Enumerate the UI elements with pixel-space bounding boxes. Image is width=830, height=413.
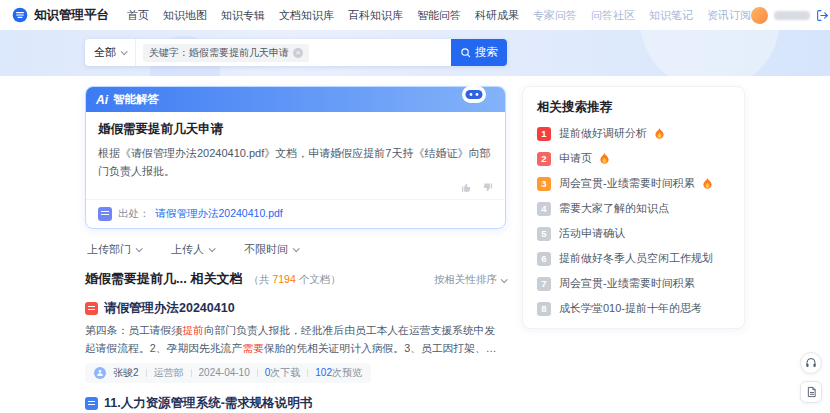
results-header: 婚假需要提前几... 相关文档 （共 7194 个文档） 按相关性排序 [85, 270, 506, 288]
related-search-title: 相关搜索推荐 [537, 99, 730, 116]
search-result-item: 11.人力资源管理系统-需求规格说明书 功能按钮 约束限制 交互 提示 备注 保… [85, 395, 506, 413]
doc-file-icon [85, 397, 98, 410]
ai-question: 婚假需要提前几天申请 [98, 121, 493, 138]
uploader-dept: 运营部 [154, 366, 184, 380]
related-search-card: 相关搜索推荐 1 提前做好调研分析 2 申请页 3 周会宣贯-业绩需要时间积累 … [522, 86, 745, 329]
source-label: 出处： [118, 207, 150, 221]
source-file-icon [98, 207, 112, 221]
topbar: 知识管理平台 首页 知识地图 知识专辑 文档知识库 百科知识库 智能问答 科研成… [0, 0, 830, 30]
nav-item-doc-library[interactable]: 文档知识库 [279, 8, 334, 23]
rank-badge: 3 [537, 177, 551, 191]
search-scope-value: 全部 [94, 45, 116, 60]
thumbs-up-icon[interactable] [461, 182, 472, 193]
user-avatar[interactable] [751, 7, 768, 24]
search-keyword-tag[interactable]: 关键字：婚假需要提前几天申请 × [143, 44, 309, 62]
nav-item-wiki-library[interactable]: 百科知识库 [348, 8, 403, 23]
result-meta: 张骏2 运营部 2024-04-10 0次下载 102次预览 [85, 363, 371, 383]
nav-item-home[interactable]: 首页 [127, 8, 149, 23]
search-input[interactable]: 关键字：婚假需要提前几天申请 × [136, 39, 451, 66]
search-result-item: 请假管理办法20240410 第四条：员工请假须提前向部门负责人报批，经批准后由… [85, 300, 506, 383]
main-nav: 首页 知识地图 知识专辑 文档知识库 百科知识库 智能问答 科研成果 专家问答 … [127, 8, 751, 23]
ai-card-header: Ai 智能解答 [86, 87, 505, 112]
related-search-item[interactable]: 3 周会宣贯-业绩需要时间积累 [537, 176, 730, 191]
rank-badge: 8 [537, 302, 551, 316]
related-search-item[interactable]: 5 活动申请确认 [537, 226, 730, 241]
nav-item-news[interactable]: 资讯订阅 [707, 8, 751, 23]
rank-badge: 7 [537, 277, 551, 291]
divider [191, 369, 192, 377]
chevron-down-icon [501, 276, 508, 283]
source-link[interactable]: 请假管理办法20240410.pdf [156, 207, 283, 221]
brand-logo-icon [12, 7, 28, 23]
divider [146, 369, 147, 377]
related-search-item[interactable]: 1 提前做好调研分析 [537, 126, 730, 141]
uploader-name[interactable]: 张骏2 [113, 366, 139, 380]
uploader-avatar-icon [94, 367, 106, 379]
results-title: 婚假需要提前几... 相关文档 [85, 270, 242, 288]
rank-badge: 6 [537, 252, 551, 266]
related-search-item[interactable]: 6 提前做好冬季人员空闲工作规划 [537, 251, 730, 266]
nav-item-research[interactable]: 科研成果 [475, 8, 519, 23]
search-button[interactable]: 搜索 [451, 39, 507, 66]
rank-badge: 4 [537, 202, 551, 216]
divider [307, 369, 308, 377]
topbar-user-area [751, 7, 829, 24]
chevron-down-icon [209, 246, 216, 253]
result-title[interactable]: 11.人力资源管理系统-需求规格说明书 [85, 395, 506, 412]
chevron-down-icon [293, 246, 300, 253]
pdf-file-icon [85, 302, 98, 315]
view-count: 102次预览 [315, 366, 362, 380]
filter-time[interactable]: 不限时间 [244, 242, 298, 257]
results-count: （共 7194 个文档） [248, 273, 340, 287]
ai-card-title: 智能解答 [113, 92, 159, 107]
flame-icon [600, 153, 609, 164]
result-title[interactable]: 请假管理办法20240410 [85, 300, 506, 317]
download-count: 0次下载 [265, 366, 301, 380]
related-search-item[interactable]: 2 申请页 [537, 151, 730, 166]
search-scope-select[interactable]: 全部 [85, 39, 136, 66]
logout-icon[interactable] [816, 9, 829, 22]
nav-item-knowledge-album[interactable]: 知识专辑 [221, 8, 265, 23]
filter-bar: 上传部门 上传人 不限时间 [87, 242, 504, 257]
customer-service-button[interactable] [800, 352, 822, 374]
search-bar: 全部 关键字：婚假需要提前几天申请 × 搜索 [85, 39, 507, 66]
rank-badge: 1 [537, 127, 551, 141]
rank-badge: 5 [537, 227, 551, 241]
nav-item-knowledge-map[interactable]: 知识地图 [163, 8, 207, 23]
feedback-button[interactable] [800, 381, 822, 403]
sort-select[interactable]: 按相关性排序 [434, 273, 506, 287]
filter-upload-dept[interactable]: 上传部门 [87, 242, 141, 257]
nav-item-notes[interactable]: 知识笔记 [649, 8, 693, 23]
user-name [774, 11, 810, 20]
result-snippet: 第四条：员工请假须提前向部门负责人报批，经批准后由员工本人在运营支援系统中发起请… [85, 322, 506, 357]
thumbs-down-icon[interactable] [482, 182, 493, 193]
filter-uploader[interactable]: 上传人 [171, 242, 214, 257]
document-icon [806, 386, 817, 398]
chevron-down-icon [121, 48, 128, 55]
related-search-item[interactable]: 7 周会宣贯-业绩需要时间积累 [537, 276, 730, 291]
brand-name: 知识管理平台 [34, 7, 109, 24]
search-banner: 全部 关键字：婚假需要提前几天申请 × 搜索 [0, 30, 830, 76]
ai-feedback [98, 180, 493, 195]
search-icon [460, 47, 471, 58]
flame-icon [703, 178, 712, 189]
divider [257, 369, 258, 377]
search-keyword-text: 关键字：婚假需要提前几天申请 [149, 46, 289, 60]
nav-item-smart-qa[interactable]: 智能问答 [417, 8, 461, 23]
chevron-down-icon [136, 246, 143, 253]
rank-badge: 2 [537, 152, 551, 166]
ai-logo: Ai [96, 93, 108, 107]
related-search-item[interactable]: 4 需要大家了解的知识点 [537, 201, 730, 216]
robot-icon [459, 80, 489, 109]
floating-toolbar [800, 352, 822, 403]
tag-close-icon[interactable]: × [293, 48, 303, 58]
nav-item-qa-community[interactable]: 问答社区 [591, 8, 635, 23]
flame-icon [655, 128, 664, 139]
related-search-item[interactable]: 8 成长学堂010-提前十年的思考 [537, 301, 730, 316]
nav-item-expert-qa[interactable]: 专家问答 [533, 8, 577, 23]
ai-answer-text: 根据《请假管理办法20240410.pdf》文档，申请婚假应提前7天持《结婚证》… [98, 144, 493, 180]
ai-source-row: 出处： 请假管理办法20240410.pdf [86, 199, 505, 228]
ai-answer-card: Ai 智能解答 婚假需要提前几天申请 根据《请假管理办法20240410.pdf… [85, 86, 506, 229]
headset-icon [805, 357, 817, 369]
upload-date: 2024-04-10 [199, 367, 250, 378]
